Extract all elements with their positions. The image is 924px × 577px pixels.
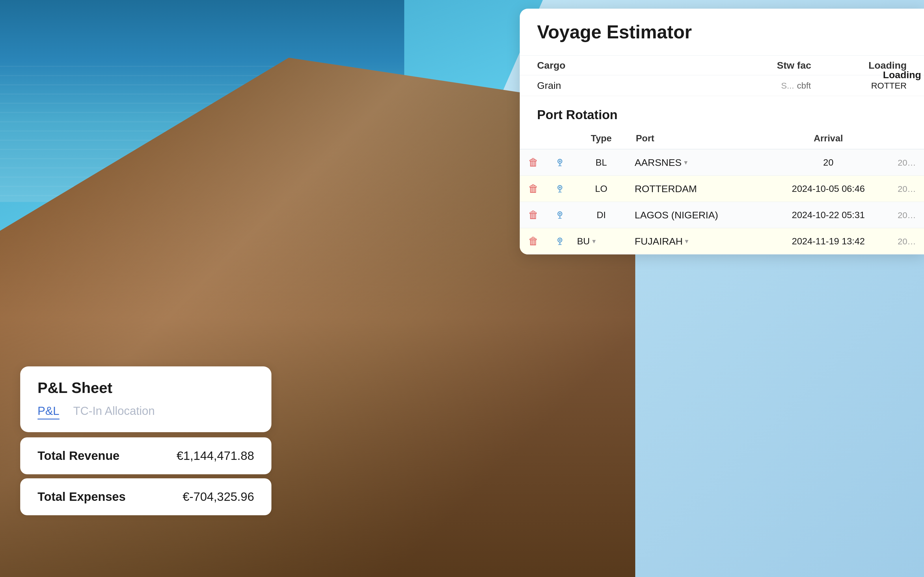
col-delete-header: [520, 128, 547, 149]
col-type-header: Type: [572, 128, 630, 149]
delete-icon[interactable]: 🗑: [524, 182, 543, 196]
port-table-header-row: Type Port Arrival: [520, 128, 924, 149]
col-arrival-header: Arrival: [767, 128, 889, 149]
pnl-sheet-card: P&L Sheet P&L TC-In Allocation Total Rev…: [20, 366, 271, 519]
svg-point-5: [559, 187, 561, 189]
port-rotation-section: Port Rotation Type Port Arrival 🗑: [520, 96, 924, 255]
pnl-header-card: P&L Sheet P&L TC-In Allocation: [20, 366, 271, 432]
arrival-value: 2024-10-22 05:31: [792, 210, 865, 220]
port-marker-icon: [552, 210, 568, 220]
pnl-title: P&L Sheet: [37, 379, 254, 396]
cargo-columns-header: Cargo Stw fac Loading: [520, 56, 924, 75]
col-cargo-label: Cargo: [537, 60, 762, 71]
delete-icon[interactable]: 🗑: [524, 208, 543, 222]
type-cell: DI: [572, 202, 630, 228]
port-name-value: ROTTERDAM: [635, 183, 697, 194]
col-icon-header: [547, 128, 572, 149]
delete-icon[interactable]: 🗑: [524, 234, 543, 248]
arrival-value: 2024-11-19 13:42: [792, 236, 865, 247]
delete-cell[interactable]: 🗑: [520, 149, 547, 176]
tab-tc-in-allocation[interactable]: TC-In Allocation: [73, 405, 155, 419]
port-rotation-table: Type Port Arrival 🗑 BLAARSNES▾2020…🗑: [520, 128, 924, 255]
port-icon-cell: [547, 202, 572, 228]
col-extra-header: [890, 128, 924, 149]
extra-value: 20…: [898, 210, 916, 220]
port-cell: LAGOS (NIGERIA): [630, 202, 767, 228]
port-icon-cell: [547, 228, 572, 255]
cargo-name: Grain: [537, 80, 771, 91]
type-value: DI: [596, 210, 606, 220]
arrival-cell: 20: [767, 149, 889, 176]
voyage-estimator-card: Voyage Estimator Cargo Stw fac Loading G…: [520, 9, 924, 255]
port-icon-cell: [547, 149, 572, 176]
extra-value: 20…: [898, 158, 916, 167]
voyage-header: Voyage Estimator: [520, 9, 924, 56]
arrival-cell: 2024-10-22 05:31: [767, 202, 889, 228]
extra-value: 20…: [898, 184, 916, 193]
arrival-cell: 2024-11-19 13:42: [767, 228, 889, 255]
cargo-loading-val: ROTTER: [826, 81, 907, 90]
total-expenses-label: Total Expenses: [37, 490, 126, 504]
col-port-header: Port: [630, 128, 767, 149]
cargo-data-row: Grain S... cbft ROTTER: [520, 75, 924, 96]
arrival-value: 2024-10-05 06:46: [792, 184, 865, 194]
chevron-down-icon[interactable]: ▾: [592, 237, 596, 245]
port-marker-icon: [552, 184, 568, 194]
total-revenue-row: Total Revenue €1,144,471.88: [20, 437, 271, 474]
table-row: 🗑 BU▾FUJAIRAH▾2024-11-19 13:4220…: [520, 228, 924, 255]
delete-icon[interactable]: 🗑: [524, 155, 543, 170]
extra-col-cell: 20…: [890, 176, 924, 202]
svg-point-13: [559, 239, 561, 241]
total-revenue-value: €1,144,471.88: [176, 449, 254, 463]
chevron-down-icon[interactable]: ▾: [685, 237, 688, 245]
delete-cell[interactable]: 🗑: [520, 176, 547, 202]
delete-cell[interactable]: 🗑: [520, 202, 547, 228]
port-icon-cell: [547, 176, 572, 202]
loading-badge: Loading: [883, 69, 921, 81]
cargo-stw-val: S...: [771, 81, 794, 90]
chevron-down-icon[interactable]: ▾: [684, 158, 688, 166]
voyage-title: Voyage Estimator: [537, 21, 907, 43]
port-name-value: AARSNES: [635, 157, 682, 168]
arrival-cell: 2024-10-05 06:46: [767, 176, 889, 202]
port-cell: ROTTERDAM: [630, 176, 767, 202]
port-marker-icon: [552, 157, 568, 168]
type-cell: LO: [572, 176, 630, 202]
col-stw-label: Stw fac: [762, 60, 826, 71]
total-expenses-row: Total Expenses €-704,325.96: [20, 478, 271, 515]
port-name-value: FUJAIRAH: [635, 236, 683, 247]
extra-col-cell: 20…: [890, 202, 924, 228]
svg-point-9: [559, 213, 561, 214]
type-cell: BL: [572, 149, 630, 176]
port-marker-icon: [552, 236, 568, 247]
type-value: BL: [596, 157, 607, 168]
type-cell[interactable]: BU▾: [572, 228, 630, 255]
table-row: 🗑 LOROTTERDAM2024-10-05 06:4620…: [520, 176, 924, 202]
table-row: 🗑 DILAGOS (NIGERIA)2024-10-22 05:3120…: [520, 202, 924, 228]
tab-pnl[interactable]: P&L: [37, 405, 60, 419]
table-row: 🗑 BLAARSNES▾2020…: [520, 149, 924, 176]
extra-value: 20…: [898, 237, 916, 246]
type-value: BU: [577, 236, 590, 247]
pnl-tabs: P&L TC-In Allocation: [37, 405, 254, 419]
port-name-value: LAGOS (NIGERIA): [635, 210, 718, 221]
delete-cell[interactable]: 🗑: [520, 228, 547, 255]
cargo-cbft: cbft: [797, 81, 826, 90]
port-rotation-title: Port Rotation: [520, 103, 924, 128]
extra-col-cell: 20…: [890, 149, 924, 176]
total-expenses-value: €-704,325.96: [183, 490, 254, 504]
total-revenue-label: Total Revenue: [37, 449, 120, 463]
svg-point-1: [559, 160, 561, 162]
port-cell[interactable]: FUJAIRAH▾: [630, 228, 767, 255]
type-value: LO: [595, 184, 607, 194]
arrival-value: 20: [823, 157, 834, 168]
extra-col-cell: 20…: [890, 228, 924, 255]
port-cell[interactable]: AARSNES▾: [630, 149, 767, 176]
